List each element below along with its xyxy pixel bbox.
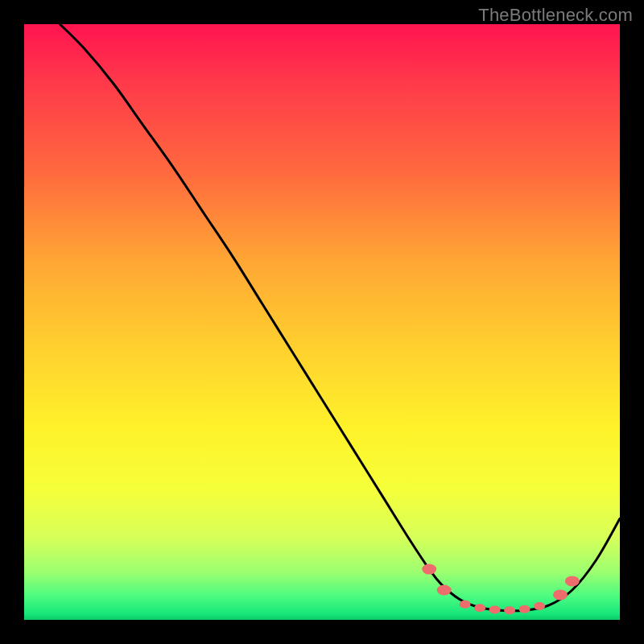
marker-dot: [422, 564, 436, 575]
marker-dot: [474, 604, 485, 612]
plot-area: [24, 24, 620, 620]
curve-markers: [422, 564, 580, 615]
marker-dot: [534, 602, 545, 610]
bottleneck-curve: [60, 24, 620, 611]
marker-dot: [460, 601, 471, 609]
marker-dot: [553, 589, 568, 600]
marker-dot: [504, 606, 515, 614]
chart-stage: TheBottleneck.com: [0, 0, 644, 644]
marker-dot: [489, 605, 501, 613]
curve-svg: [24, 24, 620, 620]
marker-dot: [519, 605, 530, 613]
watermark-text: TheBottleneck.com: [478, 5, 633, 26]
marker-dot: [437, 585, 452, 596]
marker-dot: [565, 576, 580, 586]
